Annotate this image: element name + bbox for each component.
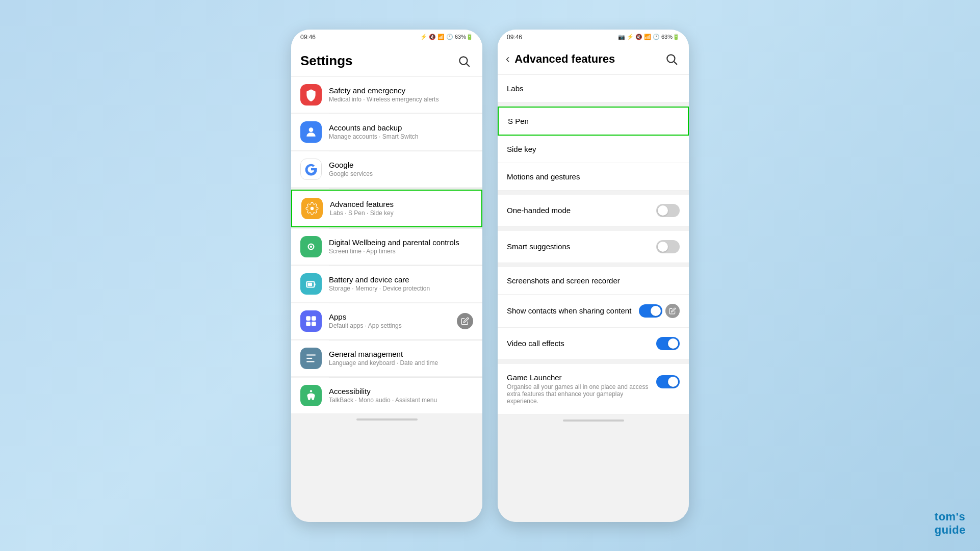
svg-point-17 [310,390,312,392]
google-subtitle: Google services [329,170,473,177]
settings-screen: Settings ! Sa [291,43,482,522]
adv-item-sidekey[interactable]: Side key [498,136,689,163]
battery-item-text: Battery and device care Storage · Memory… [329,275,473,292]
contacts-toggle[interactable] [639,304,662,318]
adv-item-onehanded[interactable]: One-handed mode [498,195,689,227]
settings-item-accounts[interactable]: Accounts and backup Manage accounts · Sm… [291,114,482,150]
settings-search-button[interactable] [455,52,473,70]
accounts-icon [300,121,322,143]
advanced-features-phone: 09:46 📷 ⚡ 🔇 📶 🕐 63%🔋 ‹ Advanced features [498,30,689,522]
section-gap [498,191,689,195]
advanced-screen: ‹ Advanced features Labs S Pen [498,43,689,522]
status-bar-right: 09:46 📷 ⚡ 🔇 📶 🕐 63%🔋 [498,30,689,43]
apps-title: Apps [329,312,457,321]
safety-subtitle: Medical info · Wireless emergency alerts [329,96,473,103]
status-bar-left: 09:46 ⚡ 🔇 📶 🕐 63%🔋 [291,30,482,43]
settings-item-advanced[interactable]: Advanced features Labs · S Pen · Side ke… [291,190,482,227]
svg-rect-9 [308,282,313,286]
svg-rect-8 [315,283,316,285]
separator [329,188,482,189]
svg-point-0 [459,57,467,64]
safety-icon: ! [300,84,322,106]
accounts-subtitle: Manage accounts · Smart Switch [329,133,473,140]
accounts-item-text: Accounts and backup Manage accounts · Sm… [329,123,473,140]
search-icon [457,55,471,68]
screenshots-title: Screenshots and screen recorder [507,276,680,285]
svg-point-6 [310,245,312,247]
section-gap [498,227,689,231]
scroll-indicator-left [356,418,418,421]
onehanded-title: One-handed mode [507,206,571,215]
settings-item-battery[interactable]: Battery and device care Storage · Memory… [291,266,482,302]
contacts-toggle-thumb [651,306,661,316]
settings-item-accessibility[interactable]: Accessibility TalkBack · Mono audio · As… [291,378,482,413]
settings-title: Settings [300,53,353,69]
gamelauncher-content: Game Launcher Organise all your games al… [507,373,656,405]
svg-line-19 [674,61,677,64]
adv-item-spen[interactable]: S Pen [498,107,689,136]
general-item-text: General management Language and keyboard… [329,350,473,366]
gamelauncher-subtitle: Organise all your games all in one place… [507,383,656,405]
settings-item-safety[interactable]: ! Safety and emergency Medical info · Wi… [291,77,482,113]
svg-rect-13 [312,322,316,326]
apps-subtitle: Default apps · App settings [329,322,457,329]
accounts-title: Accounts and backup [329,123,473,132]
settings-item-apps[interactable]: Apps Default apps · App settings [291,303,482,339]
status-icons-right: 📷 ⚡ 🔇 📶 🕐 63%🔋 [618,34,680,40]
svg-rect-10 [306,316,311,321]
accessibility-icon [300,385,322,406]
safety-title: Safety and emergency [329,86,473,95]
settings-phone: 09:46 ⚡ 🔇 📶 🕐 63%🔋 Settings [291,30,482,522]
onehanded-toggle[interactable] [656,204,680,217]
spen-title: S Pen [508,117,679,125]
accessibility-item-text: Accessibility TalkBack · Mono audio · As… [329,387,473,404]
time-right: 09:46 [507,34,522,41]
wellbeing-title: Digital Wellbeing and parental controls [329,238,473,247]
videocall-title: Video call effects [507,339,564,348]
google-item-text: Google Google services [329,161,473,177]
contacts-edit-button[interactable] [665,304,680,318]
svg-point-4 [311,206,314,210]
adv-item-labs[interactable]: Labs [498,75,689,102]
gamelauncher-toggle-thumb [668,377,678,387]
smart-toggle-thumb [658,242,668,252]
adv-item-screenshots[interactable]: Screenshots and screen recorder [498,267,689,295]
accessibility-title: Accessibility [329,387,473,396]
settings-header: Settings [291,43,482,77]
apps-icon [300,310,322,332]
adv-item-smart[interactable]: Smart suggestions [498,231,689,263]
advanced-title-header: Advanced features [514,53,657,66]
onehanded-toggle-thumb [658,205,668,216]
videocall-toggle-thumb [668,338,678,349]
google-title: Google [329,161,473,169]
adv-item-contacts[interactable]: Show contacts when sharing content [498,295,689,328]
svg-text:!: ! [310,92,312,98]
videocall-toggle[interactable] [656,337,680,350]
labs-title: Labs [507,84,680,93]
adv-item-videocall[interactable]: Video call effects [498,328,689,360]
back-button[interactable]: ‹ [506,53,509,66]
apps-edit-button[interactable] [457,313,473,329]
google-icon [300,159,322,180]
svg-rect-12 [306,322,311,326]
gamelauncher-toggle[interactable] [656,375,680,388]
settings-item-general[interactable]: General management Language and keyboard… [291,340,482,376]
section-gap [498,263,689,267]
accessibility-subtitle: TalkBack · Mono audio · Assistant menu [329,397,473,404]
wellbeing-icon [300,236,322,257]
advanced-item-text: Advanced features Labs · S Pen · Side ke… [330,200,472,217]
adv-item-motions[interactable]: Motions and gestures [498,163,689,191]
svg-rect-11 [312,316,316,321]
adv-item-gamelauncher[interactable]: Game Launcher Organise all your games al… [498,364,689,414]
general-subtitle: Language and keyboard · Date and time [329,359,473,366]
advanced-header: ‹ Advanced features [498,43,689,75]
watermark-text1: tom's [935,510,965,523]
settings-item-wellbeing[interactable]: Digital Wellbeing and parental controls … [291,229,482,265]
smart-toggle[interactable] [656,240,680,253]
settings-item-google[interactable]: Google Google services [291,151,482,187]
svg-line-1 [467,63,470,66]
search-icon-right [665,53,678,66]
battery-icon [300,273,322,295]
advanced-search-button[interactable] [662,50,681,68]
wellbeing-subtitle: Screen time · App timers [329,248,473,255]
